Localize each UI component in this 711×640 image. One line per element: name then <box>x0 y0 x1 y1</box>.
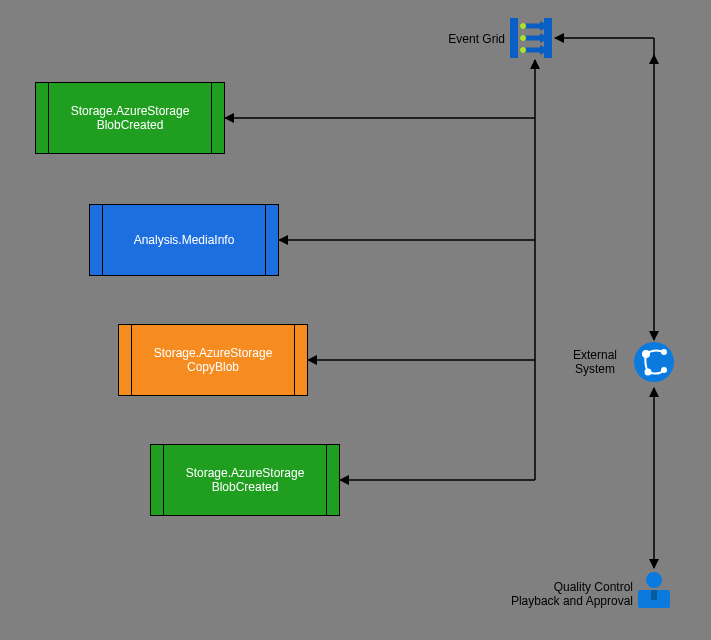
svg-point-21 <box>642 350 650 358</box>
event-grid-icon <box>510 18 552 58</box>
node-media-info: Analysis.MediaInfo <box>89 204 279 276</box>
node-label: Storage.AzureStorage CopyBlob <box>136 346 291 375</box>
node-copy-blob: Storage.AzureStorage CopyBlob <box>118 324 308 396</box>
svg-point-23 <box>645 369 652 376</box>
svg-rect-9 <box>510 18 518 58</box>
svg-rect-10 <box>544 18 552 58</box>
svg-rect-27 <box>651 590 657 600</box>
node-blob-created-1: Storage.AzureStorage BlobCreated <box>35 82 225 154</box>
user-icon <box>638 572 670 608</box>
node-blob-created-2: Storage.AzureStorage BlobCreated <box>150 444 340 516</box>
svg-point-24 <box>661 367 667 373</box>
svg-marker-14 <box>540 21 550 31</box>
svg-point-25 <box>646 572 662 588</box>
svg-point-19 <box>520 47 526 53</box>
node-label: Analysis.MediaInfo <box>116 233 253 247</box>
svg-rect-26 <box>638 590 670 608</box>
svg-marker-16 <box>540 45 550 55</box>
svg-point-22 <box>661 349 667 355</box>
event-grid-label: Event Grid <box>440 32 505 46</box>
quality-control-label: Quality Control Playback and Approval <box>498 580 633 608</box>
svg-point-17 <box>520 23 526 29</box>
external-system-label: External System <box>560 348 630 376</box>
node-label: Storage.AzureStorage BlobCreated <box>168 466 323 495</box>
svg-point-18 <box>520 35 526 41</box>
node-label: Storage.AzureStorage BlobCreated <box>53 104 208 133</box>
svg-marker-15 <box>540 33 550 43</box>
logic-apps-icon <box>634 342 674 382</box>
svg-point-20 <box>634 342 674 382</box>
